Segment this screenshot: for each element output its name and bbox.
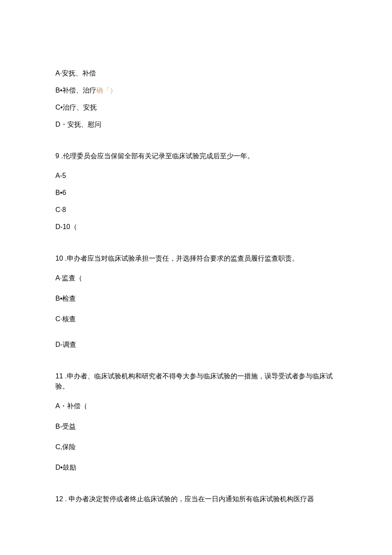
q9-option-a: A-5 (55, 171, 337, 181)
q10-option-b: B•检查 (55, 293, 337, 304)
q10-option-d: D-调查 (55, 340, 337, 350)
q10-question: 10 .申办者应当对临床试验承担一责任，并选择符合要求的监查员履行监查职责。 (55, 253, 337, 264)
q8-option-d: D・安抚、慰问 (55, 119, 337, 130)
q10-option-c: C·核查 (55, 314, 337, 324)
q8-option-b-highlight: 确「） (96, 87, 117, 94)
document-page: A·安抚、补偿 B•补偿、治疗确「） C•治疗、安抚 D・安抚、慰问 9 .伦理… (0, 0, 392, 555)
q8-option-c: C•治疗、安抚 (55, 102, 337, 113)
q11-options-group: A・补偿（ B-受益 C,保险 D•鼓励 (55, 401, 337, 473)
q10-option-a: A·监查（ (55, 273, 337, 283)
q9-options-group: A-5 B•6 C·8 D-10（ (55, 171, 337, 232)
q11-option-b: B-受益 (55, 421, 337, 432)
q9-option-d: D-10（ (55, 222, 337, 232)
q10-options-group: A·监查（ B•检查 C·核查 D-调查 (55, 273, 337, 350)
q11-option-a: A・补偿（ (55, 401, 337, 411)
q11-option-c: C,保险 (55, 442, 337, 452)
q9-option-b: B•6 (55, 188, 337, 198)
q9-option-c: C·8 (55, 205, 337, 215)
q8-option-a: A·安抚、补偿 (55, 68, 337, 78)
q8-option-b-text: B•补偿、治疗 (55, 87, 96, 94)
q8-option-b: B•补偿、治疗确「） (55, 85, 337, 96)
q9-question: 9 .伦理委员会应当保留全部有关记录至临床试验完成后至少一年。 (55, 151, 337, 161)
q11-question: 11 .申办者、临床试验机构和研究者不得夸大参与临床试验的一措施，误导受试者参与… (55, 371, 337, 392)
q12-question: 12 . 申办者决定暂停或者终止临床试验的，应当在一日内通知所有临床试验机构医疗… (55, 494, 337, 504)
q11-option-d: D•鼓励 (55, 462, 337, 473)
q8-options-group: A·安抚、补偿 B•补偿、治疗确「） C•治疗、安抚 D・安抚、慰问 (55, 68, 337, 130)
